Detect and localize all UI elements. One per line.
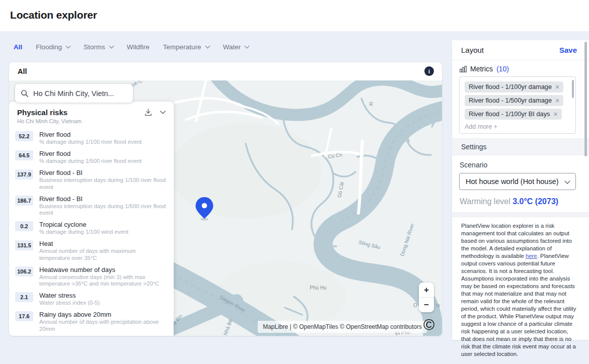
metrics-label: Metrics [470,65,493,73]
metrics-row: Metrics (10) [460,65,580,73]
tab-flooding[interactable]: Flooding [36,43,70,51]
search-input[interactable] [33,89,127,98]
collapse-chevron-icon[interactable] [159,108,167,117]
map-label: Is [436,303,440,308]
tab-storms[interactable]: Storms [84,43,113,51]
attribution-copyright-icon[interactable]: © [421,317,436,332]
location-searchbox [15,84,133,103]
divider-band [452,212,589,217]
zoom-in-button[interactable]: + [419,283,434,297]
risk-description: Annual number of days with precipitation… [39,319,167,332]
layout-header-row: Layout Save [452,40,589,60]
risk-description: Annual number of days with maximum tempe… [39,248,167,261]
risk-list: 52.2 River flood % damage during 1/100 r… [9,127,174,336]
warming-level-value: 3.0°C (2073) [512,197,558,206]
risk-title: River flood - BI [39,195,167,203]
risk-item: 137.9 River flood - BI Business interrup… [15,169,167,190]
physical-risks-title: Physical risks [17,108,166,117]
risk-value-badge: 131.5 [15,240,33,250]
risk-title: Rainy days above 20mm [39,311,167,318]
risk-item: 64.5 River flood % damage during 1/500 r… [15,150,167,164]
layout-sidebar: Layout Save Metrics (10) River flood - 1… [452,40,589,340]
metric-chip[interactable]: River flood - 1/500yr damage × [465,95,563,106]
remove-icon[interactable]: × [555,97,559,104]
remove-icon[interactable]: × [553,111,557,118]
risk-title: River flood - BI [39,169,167,176]
map[interactable]: inh C R Cù Cn Gò Cát Sông Sâu Dong Nai R… [9,80,442,336]
layout-label: Layout [461,46,484,54]
tab-all[interactable]: All [14,43,22,51]
risk-description: Annual consecutive days (min 3) with max… [39,274,167,287]
zoom-out-button[interactable]: − [419,298,434,312]
tab-wildfire[interactable]: Wildfire [127,43,150,51]
physical-risks-panel: Physical risks Ho Chi Minh City, Vietnam… [9,102,174,336]
chevron-down-icon [109,43,114,48]
metric-chip[interactable]: River flood - 1/100yr damage × [465,81,563,93]
page-scrollbar[interactable] [584,42,587,156]
save-button[interactable]: Save [559,46,577,54]
risk-item: 0.2 Tropical cyclone % damage during 1/1… [15,221,167,235]
info-icon: i [428,68,430,74]
disclaimer-part2: . PlanetView output covers various poten… [461,253,576,357]
risk-item: 106.2 Heatwave number of days Annual con… [15,266,167,287]
chevron-down-icon [245,43,250,48]
info-button[interactable]: i [424,66,434,76]
download-icon[interactable] [144,108,153,117]
map-card-title: All [18,67,27,75]
add-more-button[interactable]: Add more + [465,123,570,130]
tab-temperature[interactable]: Temperature [163,43,209,51]
app-header: Location explorer [0,0,589,31]
map-card: All i [9,62,442,336]
physical-risks-location: Ho Chi Minh City, Vietnam [17,118,166,124]
chevron-down-icon [564,178,570,184]
risk-title: River flood [39,131,141,138]
risk-value-badge: 0.2 [15,221,33,231]
metric-chip-label: River flood - 1/100yr BI days [469,110,550,118]
selected-metrics-box: River flood - 1/100yr damage × River flo… [459,76,576,134]
risk-title: Water stress [39,292,100,299]
risk-item: 17.6 Rainy days above 20mm Annual number… [15,311,167,332]
risk-item: 131.5 Heat Annual number of days with ma… [15,240,167,261]
metric-chip-label: River flood - 1/500yr damage [469,97,552,104]
warming-level-row: Warming level 3.0°C (2073) [460,197,580,206]
risk-description: % damage during 1/100 river flood event [39,139,141,145]
settings-section-header: Settings [452,138,589,155]
physical-risks-header: Physical risks Ho Chi Minh City, Vietnam [9,102,174,127]
risk-item: 186.7 River flood - BI Business interrup… [15,195,167,216]
risk-value-badge: 106.2 [15,266,33,277]
scenario-label: Scenario [460,161,580,169]
risk-value-badge: 2.1 [15,292,33,302]
metric-chip[interactable]: River flood - 1/100yr BI days × [465,109,562,120]
risk-value-badge: 17.6 [15,311,33,321]
risk-value-badge: 137.9 [15,169,33,179]
map-label: O [413,303,417,308]
scenario-selected-value: Hot house world (Hot house) [466,177,559,186]
metrics-box-scrollbar[interactable] [572,80,574,98]
map-attribution: MapLibre | © OpenMapTiles © OpenStreetMa… [258,321,427,333]
remove-icon[interactable]: × [555,83,559,90]
risk-value-badge: 64.5 [15,150,33,160]
risk-value-badge: 52.2 [15,131,33,141]
risk-description: % damage during 1/500 river flood event [39,158,141,164]
risk-description: % damage during 1/100 wind event [39,229,128,235]
risk-description: Water stress index (0-5) [39,300,100,306]
risk-title: Heat [39,240,167,247]
bar-chart-icon [460,66,467,72]
metrics-count: (10) [496,65,509,73]
risk-title: River flood [39,150,141,157]
map-label: Phú Hu [310,285,326,291]
page-title: Location explorer [10,9,97,21]
category-tabbar: All Flooding Storms Wildfire Temperature… [0,31,249,62]
metric-chip-label: River flood - 1/100yr damage [469,83,552,90]
risk-description: Business interruption days during 1/500 … [39,203,167,216]
warming-level-label: Warming level [460,197,510,206]
chevron-down-icon [66,43,71,48]
disclaimer-text: PlanetView location explorer is a risk m… [461,222,578,358]
tab-water[interactable]: Water [223,43,249,51]
methodology-link[interactable]: here [526,253,537,259]
map-label: R [369,102,373,107]
map-zoom-control: + − [419,283,434,312]
scenario-select[interactable]: Hot house world (Hot house) [459,173,576,190]
chevron-down-icon [205,43,210,48]
risk-description: Business interruption days during 1/100 … [39,177,167,190]
